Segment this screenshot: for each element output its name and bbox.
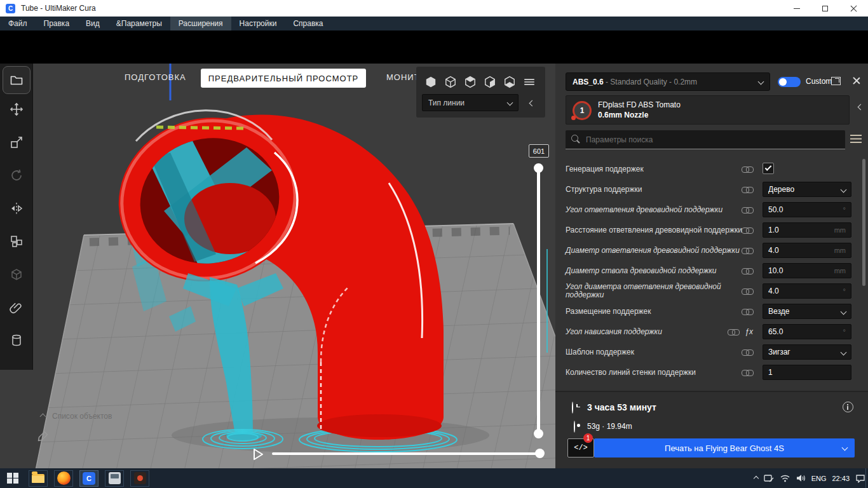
layer-slider-top-handle[interactable] <box>534 163 543 173</box>
viewport-3d[interactable] <box>0 64 555 468</box>
object-list-toggle[interactable]: Список объектов <box>52 412 112 421</box>
link-icon[interactable] <box>742 287 753 295</box>
setting-dropdown[interactable]: Везде <box>763 304 851 319</box>
link-icon[interactable] <box>728 328 739 336</box>
view-wireframe-icon <box>444 76 457 88</box>
minimize-button[interactable] <box>782 0 811 17</box>
tab-prepare[interactable]: ПОДГОТОВКА <box>125 72 186 82</box>
setting-input[interactable]: 50.0° <box>763 202 851 217</box>
edit-button[interactable] <box>37 430 50 445</box>
close-settings-icon[interactable] <box>853 77 860 85</box>
rotate-tool-button[interactable] <box>9 168 24 183</box>
close-icon <box>850 4 858 12</box>
taskbar-cura-button[interactable]: C <box>79 470 98 487</box>
open-file-button[interactable] <box>3 66 31 94</box>
per-model-settings-button[interactable] <box>9 234 24 249</box>
profile-dropdown[interactable]: ABS_0.6 - Standard Quality - 0.2mm <box>566 72 770 91</box>
move-tool-button[interactable] <box>9 102 24 117</box>
unit-label: mm <box>834 267 846 274</box>
extruder-icon: 1 <box>573 101 592 120</box>
notifications-icon[interactable] <box>855 474 865 483</box>
menu-view[interactable]: Вид <box>78 17 108 30</box>
popout-panel-icon[interactable] <box>831 77 841 85</box>
setting-input[interactable]: 1 <box>763 365 851 380</box>
setting-input[interactable]: 65.0° <box>763 324 851 339</box>
link-icon[interactable] <box>742 267 753 274</box>
layer-slider[interactable] <box>537 164 540 436</box>
mirror-tool-button[interactable] <box>9 201 24 216</box>
setting-dropdown[interactable]: Дерево <box>763 182 851 197</box>
extruder-material-box[interactable]: 1 FDplast FD ABS Tomato 0.6mm Nozzle <box>566 95 850 125</box>
setting-row: Генерация поддержек <box>566 159 855 179</box>
scrollbar[interactable] <box>862 159 865 286</box>
link-icon[interactable] <box>742 206 753 214</box>
cura-window: C Tube - UltiMaker Cura Файл Правка Вид … <box>0 0 868 488</box>
search-input[interactable] <box>586 135 845 144</box>
path-slider[interactable] <box>272 452 541 455</box>
menu-edit[interactable]: Правка <box>36 17 78 30</box>
play-button[interactable] <box>250 447 266 462</box>
taskbar-app2-button[interactable] <box>130 470 149 487</box>
formula-icon[interactable]: ƒx <box>745 327 753 336</box>
setting-checkbox[interactable] <box>763 163 774 174</box>
menu-help[interactable]: Справка <box>285 17 331 30</box>
setting-value: Дерево <box>768 185 841 194</box>
setting-input[interactable]: 10.0mm <box>763 263 851 278</box>
view-side-face-button[interactable] <box>482 74 498 90</box>
taskbar-browser-button[interactable] <box>54 470 73 487</box>
menu-file[interactable]: Файл <box>0 17 36 30</box>
taskbar-explorer-button[interactable] <box>29 470 48 487</box>
setting-dropdown[interactable]: Зигзаг <box>763 344 851 360</box>
link-icon[interactable] <box>742 369 753 376</box>
setting-row: Угол нависания поддержкиƒx65.0° <box>566 322 855 342</box>
layer-slider-bottom-handle[interactable] <box>534 429 543 438</box>
view-wireframe-button[interactable] <box>443 74 458 90</box>
tray-expand-icon[interactable] <box>753 475 758 480</box>
layers-view-button[interactable] <box>522 74 537 90</box>
view-bottom-face-button[interactable] <box>502 74 517 90</box>
language-indicator[interactable]: ENG <box>811 475 827 482</box>
support-blocker-button[interactable] <box>9 267 24 282</box>
menu-preferences[interactable]: Настройки <box>231 17 285 30</box>
view-solid-button[interactable] <box>423 74 438 90</box>
close-button[interactable] <box>839 0 868 17</box>
tab-preview[interactable]: ПРЕДВАРИТЕЛЬНЫЙ ПРОСМОТР <box>201 69 366 88</box>
setting-input[interactable]: 4.0° <box>763 283 851 299</box>
path-slider-handle[interactable] <box>535 449 545 458</box>
info-icon[interactable] <box>843 402 853 412</box>
collapse-view-options-button[interactable] <box>525 97 539 109</box>
network-icon[interactable] <box>780 474 790 482</box>
setting-label: Угол нависания поддержки <box>566 328 742 336</box>
maximize-button[interactable] <box>811 0 839 17</box>
menu-extensions[interactable]: Расширения <box>170 17 231 30</box>
scale-tool-button[interactable] <box>9 135 24 150</box>
link-icon[interactable] <box>742 165 753 173</box>
collapse-panel-button[interactable] <box>855 102 865 112</box>
setting-input[interactable]: 4.0mm <box>763 243 851 258</box>
mesh-tools-button[interactable] <box>9 300 24 315</box>
view-top-face-button[interactable] <box>463 74 478 90</box>
input-indicator-icon[interactable] <box>764 474 774 483</box>
taskbar-app-button[interactable] <box>105 470 124 487</box>
setting-row: Количество линий стенки поддержки1 <box>566 362 855 383</box>
setting-label: Угол ответвления древовидной поддержки <box>566 206 742 214</box>
rotate-icon <box>9 168 24 183</box>
clock[interactable]: 22:43 <box>832 475 850 482</box>
view-solid-icon <box>424 76 437 88</box>
custom-mode-toggle[interactable] <box>778 77 801 87</box>
start-button[interactable] <box>0 468 25 488</box>
link-icon[interactable] <box>742 186 753 193</box>
link-icon[interactable] <box>742 348 753 356</box>
show-desktop-button[interactable] <box>865 468 868 488</box>
setting-label: Размещение поддержек <box>566 308 742 316</box>
setting-input[interactable]: 1.0mm <box>763 222 851 238</box>
menu-settings[interactable]: &Параметры <box>108 17 170 30</box>
volume-icon[interactable] <box>796 474 806 482</box>
link-icon[interactable] <box>742 308 753 315</box>
link-icon[interactable] <box>742 247 753 254</box>
print-button[interactable]: Печать на Flying Bear Ghost 4S <box>594 438 855 458</box>
custom-supports-button[interactable] <box>9 333 24 348</box>
settings-menu-icon[interactable] <box>850 134 862 144</box>
line-type-dropdown[interactable]: Тип линии <box>422 94 519 111</box>
link-icon[interactable] <box>742 226 753 234</box>
